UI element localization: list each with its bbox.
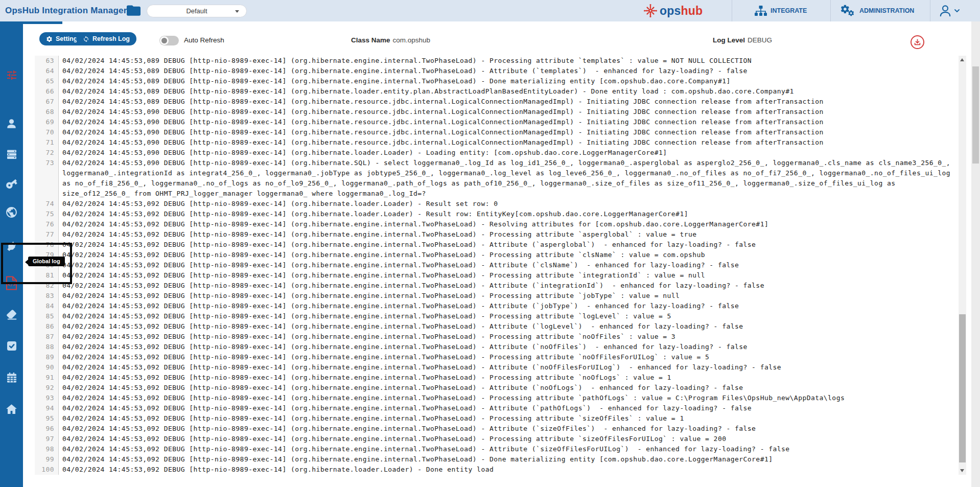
log-line: 7404/02/2024 14:45:53,092 DEBUG [http-ni… xyxy=(35,199,959,209)
log-line-text: 04/02/2024 14:45:53,092 DEBUG [http-nio-… xyxy=(59,352,959,362)
scroll-up-arrow-icon[interactable] xyxy=(960,58,964,61)
user-icon xyxy=(5,118,18,130)
nav-integrate-label: INTEGRATE xyxy=(771,7,807,14)
sidebar-item-key[interactable] xyxy=(0,175,23,192)
log-line: 9204/02/2024 14:45:53,092 DEBUG [http-ni… xyxy=(35,383,959,393)
log-line-number: 70 xyxy=(35,127,59,137)
log-scrollbar-thumb[interactable] xyxy=(959,314,966,462)
log-line: 7104/02/2024 14:45:53,090 DEBUG [http-ni… xyxy=(35,137,959,148)
refresh-log-button-label: Refresh Log xyxy=(92,35,130,42)
sidebar-item-sliders[interactable] xyxy=(0,66,23,84)
sidebar-item-server[interactable] xyxy=(0,146,23,163)
nav-administration[interactable]: ADMINISTRATION xyxy=(841,0,914,21)
gear-icon xyxy=(46,36,53,42)
log-line-number: 84 xyxy=(35,301,59,311)
log-line-text: 04/02/2024 14:45:53,092 DEBUG [http-nio-… xyxy=(59,332,959,342)
sidebar: </> xyxy=(0,21,23,487)
log-line: 7604/02/2024 14:45:53,092 DEBUG [http-ni… xyxy=(35,219,959,229)
log-line: 6704/02/2024 14:45:53,089 DEBUG [http-ni… xyxy=(35,97,959,107)
log-line-text: 04/02/2024 14:45:53,092 DEBUG [http-nio-… xyxy=(59,260,959,270)
log-viewer[interactable]: 6304/02/2024 14:45:53,089 DEBUG [http-ni… xyxy=(35,56,959,475)
refresh-log-button[interactable]: Refresh Log xyxy=(76,32,136,45)
auto-refresh-toggle[interactable] xyxy=(159,36,179,45)
log-line-text: 04/02/2024 14:45:53,092 DEBUG [http-nio-… xyxy=(59,393,959,403)
log-line-text: 04/02/2024 14:45:53,092 DEBUG [http-nio-… xyxy=(59,362,959,373)
download-log-button[interactable] xyxy=(911,35,924,49)
header-divider xyxy=(930,0,930,21)
eraser-icon xyxy=(5,308,18,321)
page-scrollbar-thumb[interactable] xyxy=(972,66,979,164)
logo-text-ops: ops xyxy=(660,4,681,17)
log-line-number: 99 xyxy=(35,454,59,465)
key-icon xyxy=(5,177,18,190)
log-line: 7504/02/2024 14:45:53,092 DEBUG [http-ni… xyxy=(35,209,959,219)
log-line-number: 71 xyxy=(35,137,59,148)
auto-refresh-label: Auto Refresh xyxy=(184,35,224,45)
log-line: 8004/02/2024 14:45:53,092 DEBUG [http-ni… xyxy=(35,260,959,270)
user-menu[interactable] xyxy=(938,4,960,18)
folder-icon[interactable] xyxy=(127,5,141,18)
log-line-number: 68 xyxy=(35,107,59,117)
sidebar-item-user[interactable] xyxy=(0,115,23,132)
log-line-number: 94 xyxy=(35,403,59,413)
log-line-text: 04/02/2024 14:45:53,089 DEBUG [http-nio-… xyxy=(59,56,959,66)
download-icon xyxy=(914,38,921,46)
log-line: 9604/02/2024 14:45:53,092 DEBUG [http-ni… xyxy=(35,424,959,434)
opshub-logo-mark xyxy=(643,3,658,18)
log-line-text: 04/02/2024 14:45:53,092 DEBUG [http-nio-… xyxy=(59,291,959,301)
log-line-number: 65 xyxy=(35,76,59,86)
sidebar-item-check[interactable] xyxy=(0,337,23,355)
page-scrollbar[interactable] xyxy=(971,21,980,487)
log-line: 9904/02/2024 14:45:53,092 DEBUG [http-ni… xyxy=(35,454,959,465)
home-icon xyxy=(5,403,18,415)
sidebar-item-eraser[interactable] xyxy=(0,306,23,323)
scroll-down-arrow-icon[interactable] xyxy=(960,469,964,472)
log-line-text: 04/02/2024 14:45:53,090 DEBUG [http-nio-… xyxy=(59,158,959,199)
log-line: 8504/02/2024 14:45:53,092 DEBUG [http-ni… xyxy=(35,311,959,321)
log-line: 8904/02/2024 14:45:53,092 DEBUG [http-ni… xyxy=(35,352,959,362)
header-bar: OpsHub Integration Manager Default opshu… xyxy=(0,0,980,21)
sidebar-item-home[interactable] xyxy=(0,400,23,418)
log-line-number: 82 xyxy=(35,281,59,291)
log-line-number: 88 xyxy=(35,342,59,352)
log-line-number: 77 xyxy=(35,229,59,240)
log-line: 9104/02/2024 14:45:53,092 DEBUG [http-ni… xyxy=(35,373,959,383)
log-line-number: 64 xyxy=(35,66,59,76)
user-icon xyxy=(938,4,952,18)
toggle-knob xyxy=(160,36,169,45)
header-divider xyxy=(732,0,732,21)
class-name-field: Class Namecom.opshub xyxy=(351,35,430,45)
log-line-number: 95 xyxy=(35,413,59,424)
log-line-number: 90 xyxy=(35,362,59,373)
log-line-number: 67 xyxy=(35,97,59,107)
log-line-text: 04/02/2024 14:45:53,092 DEBUG [http-nio-… xyxy=(59,321,959,332)
log-line: 7904/02/2024 14:45:53,092 DEBUG [http-ni… xyxy=(35,250,959,260)
log-line: 9504/02/2024 14:45:53,092 DEBUG [http-ni… xyxy=(35,413,959,424)
log-line: 8204/02/2024 14:45:53,092 DEBUG [http-ni… xyxy=(35,281,959,291)
log-scrollbar[interactable] xyxy=(959,56,966,475)
nav-integrate[interactable]: INTEGRATE xyxy=(755,0,807,21)
log-level-label: Log Level xyxy=(713,36,745,44)
log-line: 9804/02/2024 14:45:53,092 DEBUG [http-ni… xyxy=(35,444,959,454)
sidebar-item-global-log[interactable]: </> xyxy=(0,274,23,292)
sidebar-item-calendar[interactable] xyxy=(0,369,23,386)
log-line-number: 78 xyxy=(35,240,59,250)
log-level-field: Log LevelDEBUG xyxy=(713,35,772,45)
log-line: 6404/02/2024 14:45:53,089 DEBUG [http-ni… xyxy=(35,66,959,76)
workspace-dropdown[interactable]: Default xyxy=(147,5,247,17)
log-line-text: 04/02/2024 14:45:53,092 DEBUG [http-nio-… xyxy=(59,281,959,291)
log-line-number: 91 xyxy=(35,373,59,383)
log-line-number: 76 xyxy=(35,219,59,229)
log-line-number: 83 xyxy=(35,291,59,301)
log-line: 6604/02/2024 14:45:53,089 DEBUG [http-ni… xyxy=(35,86,959,97)
log-line-text: 04/02/2024 14:45:53,092 DEBUG [http-nio-… xyxy=(59,383,959,393)
sidebar-item-plug[interactable] xyxy=(0,238,23,255)
sidebar-item-globe[interactable] xyxy=(0,203,23,221)
nav-administration-label: ADMINISTRATION xyxy=(859,7,914,14)
log-line-text: 04/02/2024 14:45:53,092 DEBUG [http-nio-… xyxy=(59,424,959,434)
log-line-number: 81 xyxy=(35,270,59,281)
log-line-text: 04/02/2024 14:45:53,092 DEBUG [http-nio-… xyxy=(59,219,959,229)
log-line-text: 04/02/2024 14:45:53,092 DEBUG [http-nio-… xyxy=(59,270,959,281)
log-line: 7204/02/2024 14:45:53,090 DEBUG [http-ni… xyxy=(35,148,959,158)
header-divider xyxy=(830,0,831,21)
